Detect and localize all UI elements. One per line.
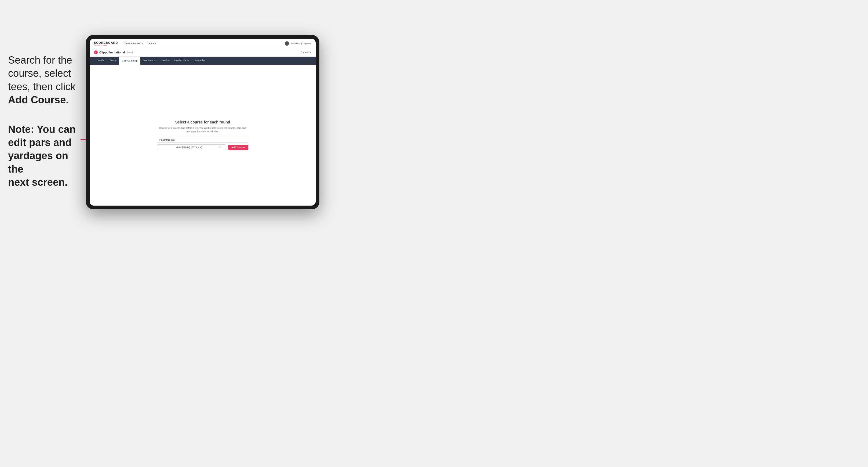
tab-details[interactable]: Details: [94, 57, 107, 65]
user-name: Test User: [291, 42, 300, 44]
section-description: Search for a course and select a tee. Yo…: [157, 126, 248, 133]
main-content: Select a course for each round Search fo…: [90, 65, 316, 206]
note-line4: next screen.: [8, 177, 68, 188]
tablet-frame: SCOREBOARD Powered by clippd TOURNAMENTS…: [86, 35, 319, 209]
tab-bar: Details Teams Course Setup Tee Groups Re…: [90, 57, 316, 65]
left-annotation: Search for the course, select tees, then…: [8, 54, 83, 189]
tee-select[interactable]: Gold (M) (M) (7010 yds) ✕ ⌄: [157, 145, 226, 150]
annotation-line1: Search for the: [8, 55, 72, 66]
chevron-icon: ⌄: [222, 146, 224, 149]
pipe-separator: |: [302, 42, 302, 44]
section-title: Select a course for each round: [157, 120, 248, 124]
sign-out-link[interactable]: Sign out: [304, 42, 311, 44]
tournament-tag: (Men): [126, 51, 133, 54]
tab-printables[interactable]: Printables: [192, 57, 208, 65]
annotation-bold: Add Course.: [8, 94, 69, 105]
logo-area: SCOREBOARD Powered by clippd: [94, 41, 118, 46]
clear-icon[interactable]: ✕: [219, 146, 221, 149]
cancel-button[interactable]: Cancel ✕: [301, 51, 311, 54]
nav-links: TOURNAMENTS TEAMS: [123, 42, 284, 45]
tee-select-value: Gold (M) (M) (7010 yds): [159, 146, 219, 149]
annotation-line2: course, select: [8, 68, 71, 79]
close-icon: ✕: [309, 51, 311, 54]
add-course-button[interactable]: Add Course: [228, 145, 248, 150]
tournament-header: C Clippd Invitational (Men) Cancel ✕: [90, 48, 316, 57]
tab-teams[interactable]: Teams: [107, 57, 119, 65]
logo-text: SCOREBOARD: [94, 41, 118, 44]
annotation-line3: tees, then click: [8, 81, 75, 92]
nav-teams[interactable]: TEAMS: [147, 42, 156, 45]
user-avatar: T: [285, 41, 289, 45]
course-search-input[interactable]: [157, 137, 248, 143]
tab-leaderboards[interactable]: Leaderboards: [172, 57, 192, 65]
note-line1: Note: You can: [8, 124, 76, 135]
tee-selector-row: Gold (M) (M) (7010 yds) ✕ ⌄ Add Course: [157, 145, 248, 150]
tournament-icon: C: [94, 51, 98, 54]
course-section: Select a course for each round Search fo…: [157, 120, 248, 150]
top-nav: SCOREBOARD Powered by clippd TOURNAMENTS…: [90, 39, 316, 48]
tab-course-setup[interactable]: Course Setup: [119, 57, 141, 65]
note-line2: edit pars and: [8, 137, 72, 148]
tablet-screen: SCOREBOARD Powered by clippd TOURNAMENTS…: [90, 39, 316, 206]
tournament-title: C Clippd Invitational (Men): [94, 51, 133, 54]
nav-tournaments[interactable]: TOURNAMENTS: [123, 42, 143, 45]
note-line3: yardages on the: [8, 150, 68, 175]
tee-select-controls: ✕ ⌄: [219, 146, 224, 149]
annotation-note: Note: You can edit pars and yardages on …: [8, 123, 83, 189]
tab-results[interactable]: Results: [158, 57, 172, 65]
tab-tee-groups[interactable]: Tee Groups: [141, 57, 158, 65]
logo-sub: Powered by clippd: [94, 44, 118, 46]
tournament-name: Clippd Invitational: [99, 51, 125, 54]
user-area: T Test User | Sign out: [285, 41, 311, 45]
